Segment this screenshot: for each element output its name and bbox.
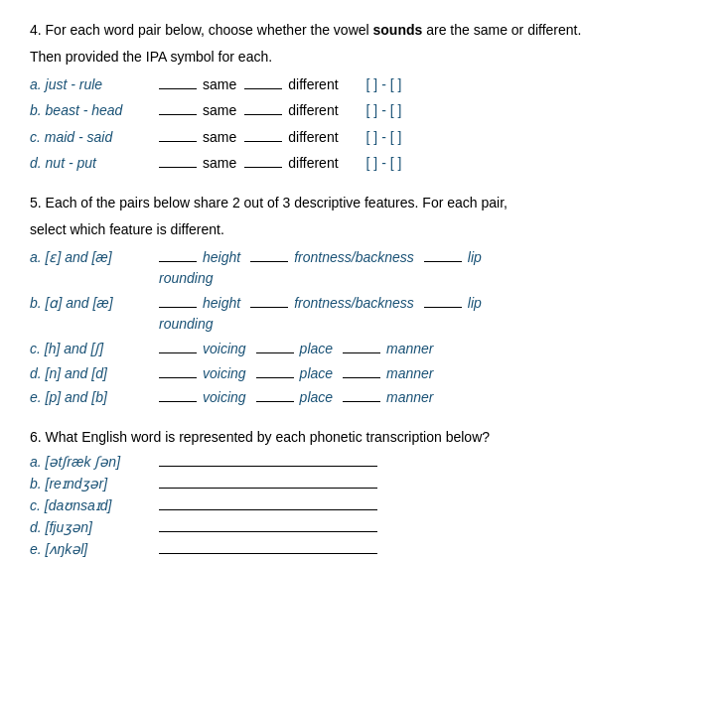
q5-option-e-manner: manner — [343, 386, 433, 408]
q5-text-e-voicing: voicing — [203, 386, 246, 408]
q5-blank-b-frontness[interactable] — [250, 307, 288, 308]
q4-different-d: different — [288, 152, 338, 174]
q4-ipa-instruction: Then provided the IPA symbol for each. — [30, 49, 272, 65]
q6-row-a: a. [ətʃræk ʃən] — [30, 454, 698, 470]
q4-blank-c-diff[interactable] — [244, 141, 282, 142]
q6-label-b: b. [reɪndʒər] — [30, 476, 159, 491]
q4-same-c: same — [203, 126, 236, 148]
q4-text-after-bold: are the same or different. — [422, 22, 581, 38]
q5-overflow-a: rounding — [30, 270, 698, 286]
q5-blank-e-voicing[interactable] — [159, 401, 197, 402]
q6-row-e: e. [ʌŋkəl] — [30, 541, 698, 557]
q5-text-a-frontness: frontness/backness — [294, 246, 414, 268]
q5-blank-b-lip[interactable] — [424, 307, 462, 308]
q4-different-a: different — [288, 73, 338, 95]
q6-label-d: d. [fjuʒən] — [30, 519, 159, 535]
q5-text-b-height: height — [203, 292, 240, 314]
q5-label-e: e. [p] and [b] — [30, 386, 159, 408]
q5-text-e-place: place — [300, 386, 333, 408]
q4-ipa-b: [ ] - [ ] — [366, 99, 402, 121]
q4-same-b: same — [203, 99, 236, 121]
q5-option-a-lip: lip — [424, 246, 482, 268]
question-6: 6. What English word is represented by e… — [30, 427, 698, 557]
q5-text-c-voicing: voicing — [203, 338, 246, 359]
question-5: 5. Each of the pairs below share 2 out o… — [30, 193, 698, 409]
q5-text-b-lip: lip — [468, 292, 482, 314]
q5-option-d-voicing: voicing — [159, 362, 246, 384]
q4-label-c: c. maid - said — [30, 126, 159, 148]
q5-blank-c-place[interactable] — [256, 352, 294, 353]
q6-row-d: d. [fjuʒən] — [30, 519, 698, 535]
q4-ipa-a: [ ] - [ ] — [366, 73, 402, 95]
q5-option-a-frontness: frontness/backness — [250, 246, 414, 268]
q4-blank-c-same[interactable] — [159, 141, 197, 142]
q5-text-c-place: place — [300, 338, 333, 359]
q5-blank-a-frontness[interactable] — [250, 261, 288, 262]
q5-row-e: e. [p] and [b] voicing place manner — [30, 386, 698, 408]
q5-option-e-voicing: voicing — [159, 386, 246, 408]
q4-row-b: b. beast - head same different [ ] - [ ] — [30, 99, 698, 121]
q5-blank-d-manner[interactable] — [343, 377, 380, 378]
q4-label-b: b. beast - head — [30, 99, 159, 121]
q5-row-c: c. [h] and [ʃ] voicing place manner — [30, 338, 698, 359]
q4-row-d: d. nut - put same different [ ] - [ ] — [30, 152, 698, 174]
q6-answer-line-d[interactable] — [159, 531, 377, 532]
q5-blank-d-voicing[interactable] — [159, 377, 197, 378]
q5-option-c-manner: manner — [343, 338, 433, 359]
q4-different-b: different — [288, 99, 338, 121]
q5-option-c-place: place — [256, 338, 333, 359]
q5-row-b: b. [ɑ] and [æ] height frontness/backness… — [30, 292, 698, 314]
q4-row-c: c. maid - said same different [ ] - [ ] — [30, 126, 698, 148]
q5-label-b: b. [ɑ] and [æ] — [30, 292, 159, 314]
q6-instruction-text: 6. What English word is represented by e… — [30, 429, 490, 445]
q4-blank-b-diff[interactable] — [244, 114, 282, 115]
q5-blank-e-place[interactable] — [256, 401, 294, 402]
q5-text-a-height: height — [203, 246, 240, 268]
q5-text-a-lip: lip — [468, 246, 482, 268]
q5-instruction-line2: select which feature is different. — [30, 219, 698, 240]
q5-blank-e-manner[interactable] — [343, 401, 380, 402]
q5-text-b-frontness: frontness/backness — [294, 292, 414, 314]
question-4: 4. For each word pair below, choose whet… — [30, 20, 698, 175]
q6-answer-line-b[interactable] — [159, 488, 377, 489]
q4-blank-d-same[interactable] — [159, 167, 197, 168]
q4-text-before-bold: 4. For each word pair below, choose whet… — [30, 22, 373, 38]
q5-blank-c-manner[interactable] — [343, 352, 380, 353]
q5-blank-c-voicing[interactable] — [159, 352, 197, 353]
q5-text-d-manner: manner — [386, 362, 433, 384]
q4-blank-d-diff[interactable] — [244, 167, 282, 168]
q5-row-a: a. [ɛ] and [æ] height frontness/backness… — [30, 246, 698, 268]
q5-label-d: d. [n] and [d] — [30, 362, 159, 384]
q4-different-c: different — [288, 126, 338, 148]
q5-instruction-line1: 5. Each of the pairs below share 2 out o… — [30, 193, 698, 213]
q6-label-e: e. [ʌŋkəl] — [30, 541, 159, 557]
q4-blank-b-same[interactable] — [159, 114, 197, 115]
q5-blank-d-place[interactable] — [256, 377, 294, 378]
q5-text-e-manner: manner — [386, 386, 433, 408]
q5-blank-b-height[interactable] — [159, 307, 197, 308]
q4-ipa-c: [ ] - [ ] — [366, 126, 402, 148]
q4-same-a: same — [203, 73, 236, 95]
q5-option-b-lip: lip — [424, 292, 482, 314]
q5-option-b-height: height — [159, 292, 240, 314]
q4-label-a: a. just - rule — [30, 73, 159, 95]
q6-answer-line-c[interactable] — [159, 509, 377, 510]
q4-instruction-line1: 4. For each word pair below, choose whet… — [30, 20, 698, 41]
q6-answer-line-a[interactable] — [159, 466, 377, 467]
q5-label-a: a. [ɛ] and [æ] — [30, 246, 159, 268]
q5-text-d-voicing: voicing — [203, 362, 246, 384]
q6-answer-line-e[interactable] — [159, 553, 377, 554]
q5-blank-a-height[interactable] — [159, 261, 197, 262]
q5-option-a-height: height — [159, 246, 240, 268]
q5-option-d-manner: manner — [343, 362, 433, 384]
q5-row-d: d. [n] and [d] voicing place manner — [30, 362, 698, 384]
q6-instruction: 6. What English word is represented by e… — [30, 427, 698, 448]
q5-text-line2: select which feature is different. — [30, 221, 224, 237]
q6-row-b: b. [reɪndʒər] — [30, 476, 698, 491]
q5-blank-a-lip[interactable] — [424, 261, 462, 262]
q5-option-d-place: place — [256, 362, 333, 384]
q6-label-a: a. [ətʃræk ʃən] — [30, 454, 159, 470]
q4-blank-a-diff[interactable] — [244, 88, 282, 89]
q4-blank-a-same[interactable] — [159, 88, 197, 89]
q5-option-b-frontness: frontness/backness — [250, 292, 414, 314]
